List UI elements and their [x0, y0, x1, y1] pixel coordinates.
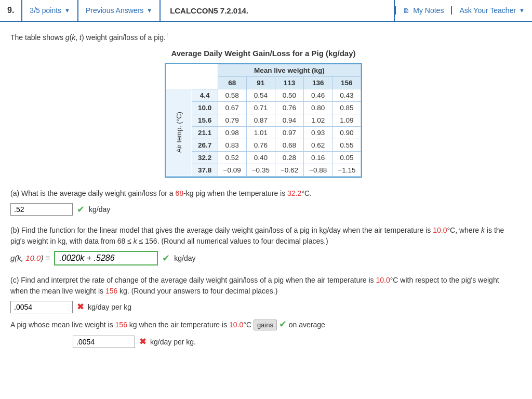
table-row: 0.79 [218, 114, 246, 126]
table-row: 0.55 [332, 139, 361, 151]
table-row: −0.35 [246, 164, 275, 176]
table-row: 0.43 [332, 89, 361, 101]
table-temp-26.7: 26.7 [192, 139, 218, 151]
table-temp-32.2: 32.2 [192, 151, 218, 164]
part-b-unit: kg/day [174, 254, 195, 262]
table-row: 0.87 [246, 114, 275, 126]
part-c-sub-input[interactable] [73, 336, 135, 348]
part-a-unit: kg/day [89, 205, 110, 214]
table-row: 0.76 [275, 101, 303, 114]
part-c-sentence: A pig whose mean live weight is 156 kg w… [10, 317, 516, 331]
col-header-156: 156 [332, 76, 361, 89]
part-a-section: (a) What is the average daily weight gai… [10, 188, 516, 216]
col-header-68: 68 [218, 76, 246, 89]
table-row: 0.76 [246, 139, 275, 151]
header-right-actions: 🗎 My Notes Ask Your Teacher ▼ [395, 0, 532, 21]
doc-icon: 🗎 [403, 7, 410, 15]
table-row: 0.46 [304, 89, 332, 101]
part-c-section: (c) Find and interpret the rate of chang… [10, 275, 516, 348]
part-b-input[interactable] [54, 251, 158, 265]
col-header-113: 113 [275, 76, 303, 89]
table-row: 0.68 [275, 139, 303, 151]
weight-table: Mean live weight (kg) 68 91 113 136 156 … [166, 64, 362, 177]
table-row: −0.88 [304, 164, 332, 176]
table-row: 0.83 [218, 139, 246, 151]
table-row: 1.09 [332, 114, 361, 126]
table-row: 0.85 [332, 101, 361, 114]
part-b-check-icon: ✔ [162, 252, 170, 264]
points-dropdown[interactable]: 3/5 points ▼ [22, 0, 78, 21]
part-c-question: (c) Find and interpret the rate of chang… [10, 275, 516, 297]
table-row: 1.02 [304, 114, 332, 126]
table-temp-37.8: 37.8 [192, 164, 218, 176]
data-table-wrapper: Mean live weight (kg) 68 91 113 136 156 … [10, 63, 516, 178]
part-c-sub-unit: kg/day per kg. [150, 338, 196, 346]
part-b-question: (b) Find the function for the linear mod… [10, 225, 516, 247]
table-temp-21.1: 21.1 [192, 126, 218, 139]
table-row: 0.67 [218, 101, 246, 114]
table-temp-15.6: 15.6 [192, 114, 218, 126]
part-c-temp-10: 10.0 [229, 321, 243, 329]
my-notes-button[interactable]: 🗎 My Notes [395, 6, 452, 15]
part-c-x-icon: ✖ [77, 302, 84, 312]
main-content: The table shows g(k, t) weight gain/loss… [0, 22, 532, 368]
part-b-formula-label: g(k, 10.0) = [10, 254, 50, 262]
part-b-formula-row: g(k, 10.0) = ✔ kg/day [10, 251, 516, 265]
table-row: 0.54 [246, 89, 275, 101]
table-row: 0.40 [246, 151, 275, 164]
question-number: 9. [0, 0, 22, 21]
part-b-highlight-temp: 10.0 [433, 226, 447, 234]
table-row: 0.90 [332, 126, 361, 139]
part-c-answer-row: ✖ kg/day per kg [10, 301, 516, 313]
part-a-question: (a) What is the average daily weight gai… [10, 188, 516, 199]
part-a-answer-row: ✔ kg/day [10, 203, 516, 216]
table-row: 0.93 [304, 126, 332, 139]
table-row: 0.58 [218, 89, 246, 101]
air-temp-label: Air temp. (°C) [166, 89, 192, 176]
col-header-136: 136 [304, 76, 332, 89]
part-a-check-icon: ✔ [77, 204, 85, 215]
prev-answers-chevron-icon: ▼ [147, 7, 152, 14]
gains-badge: gains [254, 320, 277, 330]
part-a-highlight-temp: 32.2 [287, 189, 301, 197]
part-c-gains-check-icon: ✔ [279, 319, 287, 329]
part-c-unit: kg/day per kg [88, 303, 131, 311]
table-row: 0.05 [332, 151, 361, 164]
table-row: 0.28 [275, 151, 303, 164]
table-row: 1.01 [246, 126, 275, 139]
part-c-sub-answer-row: ✖ kg/day per kg. [73, 336, 516, 348]
points-chevron-icon: ▼ [64, 7, 70, 14]
table-row: 0.97 [275, 126, 303, 139]
problem-title: LCALCCON5 7.2.014. [161, 0, 395, 21]
table-row: −0.09 [218, 164, 246, 176]
part-c-highlight-weight: 156 [105, 287, 117, 295]
table-row: 0.62 [304, 139, 332, 151]
part-c-highlight-temp: 10.0 [376, 276, 390, 284]
intro-text: The table shows g(k, t) weight gain/loss… [10, 32, 516, 42]
table-temp-4.4: 4.4 [192, 89, 218, 101]
table-row: 0.98 [218, 126, 246, 139]
part-c-sub-x-icon: ✖ [139, 337, 146, 347]
table-row: 0.80 [304, 101, 332, 114]
page-header: 9. 3/5 points ▼ Previous Answers ▼ LCALC… [0, 0, 532, 22]
part-b-section: (b) Find the function for the linear mod… [10, 225, 516, 265]
table-row: 0.71 [246, 101, 275, 114]
table-row: 0.16 [304, 151, 332, 164]
part-a-input[interactable] [10, 203, 73, 216]
part-a-highlight-68: 68 [176, 189, 184, 197]
previous-answers-dropdown[interactable]: Previous Answers ▼ [78, 0, 161, 21]
table-row: −0.62 [275, 164, 303, 176]
mean-weight-header: Mean live weight (kg) [218, 64, 361, 76]
col-header-91: 91 [246, 76, 275, 89]
table-row: 0.50 [275, 89, 303, 101]
ask-teacher-chevron-icon: ▼ [519, 7, 525, 14]
table-row: 0.94 [275, 114, 303, 126]
table-row: −1.15 [332, 164, 361, 176]
part-c-weight-156: 156 [115, 321, 127, 329]
table-temp-10.0: 10.0 [192, 101, 218, 114]
part-c-input[interactable] [10, 301, 73, 313]
data-table-container: Mean live weight (kg) 68 91 113 136 156 … [165, 63, 363, 178]
ask-teacher-dropdown[interactable]: Ask Your Teacher ▼ [452, 6, 532, 15]
table-title: Average Daily Weight Gain/Loss for a Pig… [10, 49, 516, 58]
table-row: 0.52 [218, 151, 246, 164]
